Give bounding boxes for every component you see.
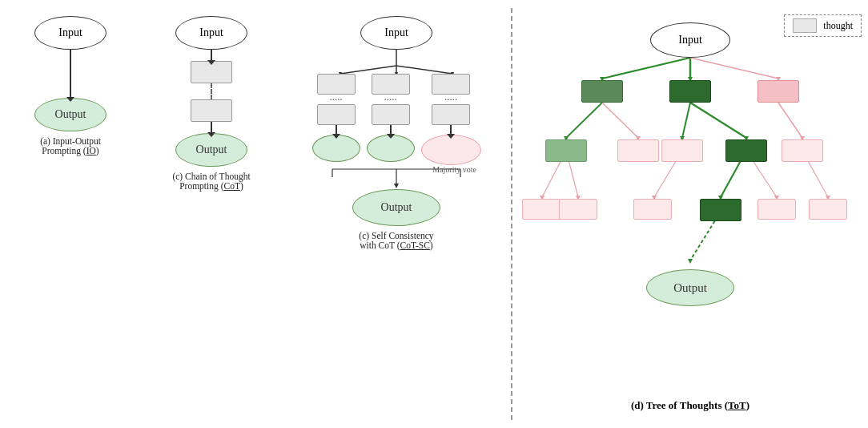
tot-output-ellipse: Output (646, 269, 734, 306)
sc-branch-svg (308, 50, 484, 74)
io-caption: (a) Input-OutputPrompting (IO) (40, 136, 101, 155)
io-output-label: Output (55, 108, 86, 121)
sc-b1-arrow (336, 125, 337, 135)
tot-l3-llr (559, 199, 597, 220)
sc-b1-t1 (317, 74, 356, 95)
sc-b3-t1 (432, 74, 470, 95)
sc-b2-out (367, 135, 415, 162)
sc-b2-t1 (372, 74, 410, 95)
tot-l2-lc (617, 139, 659, 162)
diagram-cot: Input Output (c) Chain of ThoughtPrompti… (155, 16, 267, 191)
cot-input-label: Input (199, 26, 223, 39)
tot-tree-svg (522, 16, 858, 377)
sc-b3-dots: ····· (444, 95, 457, 103)
cot-arrow2 (211, 122, 212, 133)
svg-line-16 (690, 58, 778, 79)
cot-arrow1 (211, 50, 212, 61)
tot-l3-lll (522, 199, 561, 220)
diagram-sc: Input ··· (304, 16, 488, 250)
majority-vote-label: Majority vote (432, 165, 476, 174)
tot-caption: (d) Tree of Thoughts (ToT) (631, 399, 749, 412)
cot-input-ellipse: Input (175, 16, 247, 50)
sc-input-label: Input (384, 26, 408, 39)
sc-b3-arrow (450, 125, 452, 135)
sc-caption: (c) Self Consistencywith CoT (CoT-SC) (359, 231, 433, 250)
svg-line-12 (602, 58, 690, 79)
cot-output-label: Output (196, 143, 227, 156)
svg-line-1 (340, 66, 396, 74)
cot-caption: (c) Chain of ThoughtPrompting (CoT) (172, 172, 250, 191)
tot-l1-left (581, 80, 623, 103)
tot-l1-right (757, 80, 799, 103)
sc-b2-dots: ····· (384, 95, 396, 103)
sc-b2-arrow (390, 125, 392, 135)
tot-l3-clr (633, 199, 672, 220)
tot-l2-cl (661, 139, 703, 162)
tot-l3-rlr (809, 199, 847, 220)
svg-line-24 (690, 103, 746, 138)
diagram-io: Input Output (a) Input-OutputPrompting (… (22, 16, 119, 155)
svg-marker-41 (688, 259, 693, 264)
sc-output-label: Output (381, 201, 412, 214)
sc-input-ellipse: Input (360, 16, 432, 50)
svg-line-20 (602, 103, 638, 138)
cot-thought2 (191, 99, 232, 122)
tot-l3-crl (700, 199, 741, 221)
sc-b1-out (312, 135, 360, 162)
svg-marker-11 (394, 184, 399, 188)
tot-l2-rl (782, 139, 823, 162)
sc-b2-t2 (372, 104, 410, 125)
io-output-ellipse: Output (34, 98, 106, 131)
tot-l1-center (669, 80, 711, 103)
tot-l2-cr (725, 139, 767, 162)
tot-tree: Input Output (522, 16, 858, 398)
sc-b1-t2 (317, 104, 356, 125)
svg-line-22 (682, 103, 690, 138)
sc-branch3: ····· (421, 74, 481, 165)
tot-l3-crr (757, 199, 796, 220)
sc-b1-dots: ····· (329, 95, 342, 103)
sc-branches-row: ····· ····· ····· (312, 74, 481, 165)
io-input-label: Input (58, 26, 82, 39)
tot-input-label: Input (678, 34, 702, 46)
svg-line-18 (566, 103, 602, 138)
cot-output-ellipse: Output (175, 133, 247, 167)
sc-output-ellipse: Output (352, 189, 440, 226)
io-input-ellipse: Input (34, 16, 106, 50)
right-panel: thought (512, 8, 868, 420)
tot-output-label: Output (673, 281, 707, 295)
sc-b3-out (421, 135, 481, 165)
tot-input-ellipse: Input (650, 22, 730, 58)
io-arrow-main (70, 50, 71, 98)
svg-line-26 (778, 103, 802, 138)
sc-brace-area: Majority vote (316, 165, 476, 189)
main-container: Input Output (a) Input-OutputPrompting (… (0, 0, 868, 428)
tot-l2-ll (545, 139, 587, 162)
left-panel: Input Output (a) Input-OutputPrompting (… (0, 8, 512, 420)
sc-b3-t2 (432, 104, 470, 125)
sc-branch1: ····· (312, 74, 360, 162)
svg-line-3 (396, 66, 452, 74)
sc-branch2: ····· (367, 74, 415, 162)
cot-dotted (211, 83, 212, 99)
